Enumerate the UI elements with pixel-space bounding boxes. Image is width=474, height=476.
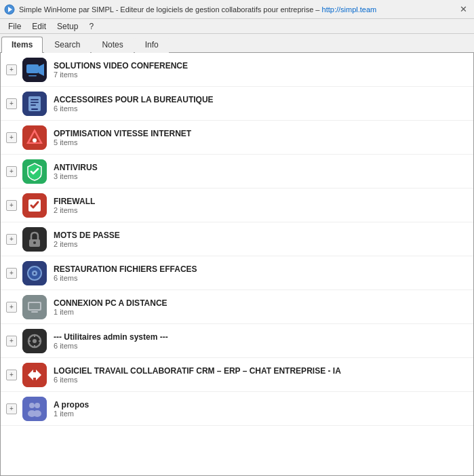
svg-point-21 <box>33 241 36 244</box>
tab-bar: Items Search Notes Info <box>0 34 474 53</box>
item-title: SOLUTIONS VIDEO CONFERENCE <box>54 61 468 71</box>
tab-notes[interactable]: Notes <box>92 37 133 53</box>
expand-button[interactable]: + <box>6 132 17 143</box>
expand-button[interactable]: + <box>6 403 17 414</box>
svg-rect-8 <box>31 99 39 100</box>
list-item[interactable]: + SOLUTIONS VIDEO CONFERENCE 7 items <box>1 53 473 87</box>
item-info: CONNEXION PC A DISTANCE 1 item <box>54 298 468 316</box>
item-info: ANTIVIRUS 3 items <box>54 163 468 180</box>
menu-file[interactable]: File <box>3 20 26 33</box>
svg-rect-10 <box>31 104 36 106</box>
item-title: --- Utilitaires admin system --- <box>54 332 468 342</box>
item-info: ACCESSOIRES POUR LA BUREAUTIQUE 6 items <box>54 95 468 113</box>
item-title: CONNEXION PC A DISTANCE <box>54 298 468 308</box>
item-icon <box>22 193 47 218</box>
items-content: + SOLUTIONS VIDEO CONFERENCE 7 items + A… <box>0 53 474 476</box>
item-icon <box>22 295 47 319</box>
list-item[interactable]: + RESTAURATION FICHIERS EFFACES 6 items <box>1 256 473 290</box>
expand-button[interactable]: + <box>6 268 17 279</box>
item-count: 6 items <box>54 274 468 282</box>
item-title: FIREWALL <box>54 197 468 206</box>
item-info: --- Utilitaires admin system --- 6 items <box>54 332 468 350</box>
item-icon <box>22 397 47 421</box>
item-icon <box>22 329 47 353</box>
item-count: 3 items <box>54 172 468 180</box>
item-count: 2 items <box>54 240 468 248</box>
svg-rect-11 <box>31 108 38 110</box>
item-title: ACCESSOIRES POUR LA BUREAUTIQUE <box>54 95 468 104</box>
item-info: RESTAURATION FICHIERS EFFACES 6 items <box>54 264 468 282</box>
expand-button[interactable]: + <box>6 98 17 109</box>
svg-rect-39 <box>22 397 47 421</box>
expand-button[interactable]: + <box>6 302 17 313</box>
expand-button[interactable]: + <box>6 200 17 211</box>
expand-button[interactable]: + <box>6 336 17 346</box>
title-bar: Simple WinHome par SIMPL - Editeur de lo… <box>0 0 474 19</box>
tab-info[interactable]: Info <box>135 37 169 53</box>
tab-items[interactable]: Items <box>1 37 43 53</box>
item-count: 1 item <box>54 410 468 418</box>
tab-search[interactable]: Search <box>44 37 90 53</box>
svg-rect-5 <box>28 75 37 77</box>
svg-point-40 <box>29 403 35 408</box>
menu-bar: File Edit Setup ? <box>0 19 474 34</box>
window-url: http://simpl.team <box>322 5 377 14</box>
item-count: 7 items <box>54 71 468 79</box>
svg-point-43 <box>33 410 41 417</box>
list-item[interactable]: + OPTIMISATION VITESSE INTERNET 5 items <box>1 121 473 155</box>
list-item[interactable]: + ANTIVIRUS 3 items <box>1 155 473 189</box>
menu-edit[interactable]: Edit <box>26 20 52 33</box>
list-item[interactable]: + LOGICIEL TRAVAIL COLLABORATIF CRM – ER… <box>1 358 473 392</box>
item-info: SOLUTIONS VIDEO CONFERENCE 7 items <box>54 61 468 79</box>
list-item[interactable]: + A propos 1 item <box>1 392 473 426</box>
list-item[interactable]: + FIREWALL 2 items <box>1 189 473 222</box>
item-title: ANTIVIRUS <box>54 163 468 172</box>
list-item[interactable]: + CONNEXION PC A DISTANCE 1 item <box>1 290 473 324</box>
svg-point-15 <box>33 138 37 142</box>
item-count: 5 items <box>54 138 468 146</box>
item-count: 1 item <box>54 308 468 316</box>
expand-button[interactable]: + <box>6 370 17 380</box>
item-info: A propos 1 item <box>54 400 468 418</box>
item-title: LOGICIEL TRAVAIL COLLABORATIF CRM – ERP … <box>54 366 468 376</box>
item-count: 6 items <box>54 342 468 350</box>
svg-point-41 <box>35 403 40 408</box>
svg-rect-3 <box>26 64 39 73</box>
item-info: OPTIMISATION VITESSE INTERNET 5 items <box>54 129 468 146</box>
item-icon <box>22 125 47 150</box>
item-count: 6 items <box>54 104 468 113</box>
item-info: LOGICIEL TRAVAIL COLLABORATIF CRM – ERP … <box>54 366 468 384</box>
list-item[interactable]: + --- Utilitaires admin system --- 6 ite… <box>1 324 473 358</box>
item-title: RESTAURATION FICHIERS EFFACES <box>54 264 468 274</box>
window-title: Simple WinHome par SIMPL - Editeur de lo… <box>19 5 322 14</box>
svg-rect-9 <box>31 102 39 103</box>
svg-point-25 <box>34 272 36 274</box>
item-title: MOTS DE PASSE <box>54 231 468 240</box>
expand-button[interactable]: + <box>6 64 17 75</box>
item-info: FIREWALL 2 items <box>54 197 468 214</box>
svg-point-32 <box>33 339 37 343</box>
list-item[interactable]: + MOTS DE PASSE 2 items <box>1 222 473 256</box>
item-info: MOTS DE PASSE 2 items <box>54 231 468 248</box>
svg-rect-29 <box>31 311 38 313</box>
close-button[interactable]: ✕ <box>456 3 470 16</box>
item-count: 6 items <box>54 376 468 384</box>
item-icon <box>22 363 47 387</box>
title-bar-text: Simple WinHome par SIMPL - Editeur de lo… <box>19 5 456 14</box>
item-icon <box>22 92 47 116</box>
item-icon <box>22 227 47 252</box>
menu-setup[interactable]: Setup <box>52 20 83 33</box>
item-count: 2 items <box>54 206 468 214</box>
item-icon <box>22 159 47 184</box>
app-icon <box>4 4 15 15</box>
list-item[interactable]: + ACCESSOIRES POUR LA BUREAUTIQUE 6 item… <box>1 87 473 121</box>
item-icon <box>22 58 47 82</box>
item-title: OPTIMISATION VITESSE INTERNET <box>54 129 468 138</box>
item-icon <box>22 261 47 285</box>
menu-help[interactable]: ? <box>83 20 99 33</box>
item-title: A propos <box>54 400 468 410</box>
expand-button[interactable]: + <box>6 234 17 245</box>
svg-rect-28 <box>29 303 40 309</box>
expand-button[interactable]: + <box>6 166 17 177</box>
